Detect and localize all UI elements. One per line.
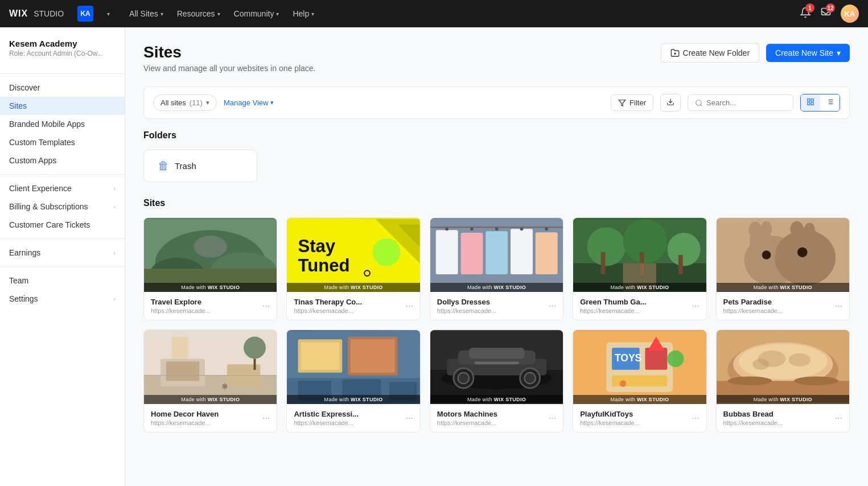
topnav-links: All Sites ▾ Resources ▾ Community ▾ Help… xyxy=(124,6,320,22)
folder-trash[interactable]: 🗑 Trash xyxy=(143,150,257,182)
page-header: Sites View and manage all your websites … xyxy=(143,43,850,73)
nav-help[interactable]: Help ▾ xyxy=(287,6,320,22)
list-view-button[interactable] xyxy=(820,94,840,111)
site-thumbnail-dresses: Made with WIX STUDIO xyxy=(430,218,563,292)
site-card-tinas-therapy[interactable]: Stay Tuned Made with WIX STUDIO Tinas Th… xyxy=(286,217,420,320)
sites-section-title: Sites xyxy=(143,198,850,208)
sidebar-item-billing[interactable]: Billing & Subscriptions › xyxy=(0,197,125,216)
view-toggle xyxy=(800,94,840,112)
site-menu-button[interactable]: ··· xyxy=(692,301,699,311)
site-menu-button[interactable]: ··· xyxy=(549,413,556,423)
sidebar-item-custom-apps[interactable]: Custom Apps xyxy=(0,151,125,170)
site-card-travel-explore[interactable]: Made with WIX STUDIO Travel Explore http… xyxy=(143,217,277,320)
site-badge: Made with WIX STUDIO xyxy=(287,395,419,404)
svg-point-107 xyxy=(752,359,769,369)
nav-all-sites[interactable]: All Sites ▾ xyxy=(124,6,169,22)
create-folder-button[interactable]: Create New Folder xyxy=(661,43,760,63)
site-card-dollys-dresses[interactable]: Made with WIX STUDIO Dollys Dresses http… xyxy=(430,217,563,320)
earnings-chevron-icon: › xyxy=(113,249,116,256)
sidebar-item-client-experience[interactable]: Client Experience › xyxy=(0,179,125,197)
site-details: Bubbas Bread https://kesemacade... xyxy=(723,410,783,426)
sites-section: Sites xyxy=(143,198,850,433)
svg-rect-91 xyxy=(475,361,519,364)
site-info: Green Thumb Ga... https://kesemacade... … xyxy=(573,292,706,320)
svg-point-57 xyxy=(760,221,771,237)
filter-button[interactable]: Filter xyxy=(611,94,653,111)
manage-view-button[interactable]: Manage View ▾ xyxy=(224,98,274,107)
filter-icon xyxy=(618,99,626,107)
logo[interactable]: WIX STUDIO xyxy=(9,9,64,19)
svg-point-26 xyxy=(373,238,401,266)
site-menu-button[interactable]: ··· xyxy=(835,413,842,423)
svg-point-98 xyxy=(620,380,627,387)
page-title-group: Sites View and manage all your websites … xyxy=(143,43,315,73)
site-name: Motors Machines xyxy=(437,410,497,418)
site-url: https://kesemacade... xyxy=(580,307,646,314)
site-menu-button[interactable]: ··· xyxy=(405,301,413,311)
site-card-home-decor[interactable]: ❋ Made with WIX STUDIO Home Decor Haven … xyxy=(143,330,277,433)
sidebar-item-tickets[interactable]: Customer Care Tickets xyxy=(0,216,125,234)
svg-point-5 xyxy=(696,100,701,105)
site-menu-button[interactable]: ··· xyxy=(549,301,556,311)
site-name: Artistic Expressi... xyxy=(294,410,358,418)
sidebar: Kesem Academy Role: Account Admin (Co-Ow… xyxy=(0,27,125,486)
search-input[interactable] xyxy=(706,98,786,107)
site-badge: Made with WIX STUDIO xyxy=(430,395,563,404)
community-chevron-icon: ▾ xyxy=(276,11,279,17)
svg-point-106 xyxy=(788,353,811,366)
site-badge: Made with WIX STUDIO xyxy=(717,283,849,292)
site-badge: Made with WIX STUDIO xyxy=(287,283,419,292)
site-name: Dollys Dresses xyxy=(437,298,497,306)
svg-point-90 xyxy=(524,373,535,384)
site-card-artistic[interactable]: Made with WIX STUDIO Artistic Expressi..… xyxy=(286,330,420,433)
grid-view-button[interactable] xyxy=(801,94,820,111)
toys-svg: TOYS xyxy=(573,330,706,404)
sidebar-item-settings[interactable]: Settings › xyxy=(0,290,125,308)
user-avatar[interactable]: KA xyxy=(841,5,859,23)
page-subtitle: View and manage all your websites in one… xyxy=(143,64,315,73)
svg-rect-32 xyxy=(460,233,483,274)
site-name: Pets Paradise xyxy=(723,298,783,306)
account-badge[interactable]: KA xyxy=(77,6,93,22)
site-card-motors[interactable]: Made with WIX STUDIO Motors Machines htt… xyxy=(430,330,563,433)
site-name: Green Thumb Ga... xyxy=(580,298,646,306)
sidebar-item-sites[interactable]: Sites xyxy=(0,97,125,115)
sidebar-item-branded-mobile[interactable]: Branded Mobile Apps xyxy=(0,115,125,133)
account-chevron-icon[interactable]: ▾ xyxy=(107,11,110,17)
site-menu-button[interactable]: ··· xyxy=(405,413,413,423)
folders-section: Folders 🗑 Trash xyxy=(143,130,850,182)
site-menu-button[interactable]: ··· xyxy=(692,413,699,423)
site-card-pets-paradise[interactable]: Made with WIX STUDIO Pets Paradise https… xyxy=(716,217,850,320)
site-details: Green Thumb Ga... https://kesemacade... xyxy=(580,298,646,314)
svg-point-22 xyxy=(194,236,227,258)
all-sites-dropdown[interactable]: All sites (11) ▾ xyxy=(153,94,217,111)
main-content: Sites View and manage all your websites … xyxy=(125,27,868,486)
site-info: Tinas Therapy Co... https://kesemacade..… xyxy=(287,292,419,320)
site-info: Artistic Expressi... https://kesemacade.… xyxy=(287,404,419,432)
site-badge: Made with WIX STUDIO xyxy=(717,395,849,404)
wix-logo: WIX xyxy=(9,9,28,19)
svg-point-39 xyxy=(495,227,499,230)
sidebar-item-discover[interactable]: Discover xyxy=(0,79,125,97)
site-card-toys[interactable]: TOYS Made with WIX STUDIO PlayfulKidToys… xyxy=(573,330,706,433)
nav-community[interactable]: Community ▾ xyxy=(228,6,285,22)
create-site-button[interactable]: Create New Site ▾ xyxy=(766,44,850,62)
messages-button[interactable]: 12 xyxy=(820,7,832,20)
site-menu-button[interactable]: ··· xyxy=(262,301,270,311)
notifications-button[interactable]: 1 xyxy=(800,7,811,20)
site-url: https://kesemacade... xyxy=(723,419,783,426)
sidebar-item-earnings[interactable]: Earnings › xyxy=(0,244,125,262)
site-menu-button[interactable]: ··· xyxy=(262,413,270,423)
site-details: Tinas Therapy Co... https://kesemacade..… xyxy=(294,298,362,314)
sidebar-item-custom-templates[interactable]: Custom Templates xyxy=(0,133,125,151)
garden-svg xyxy=(573,218,706,292)
site-card-bubbas-bread[interactable]: Made with WIX STUDIO Bubbas Bread https:… xyxy=(716,330,850,433)
export-icon xyxy=(667,98,674,106)
sidebar-item-team[interactable]: Team xyxy=(0,271,125,290)
site-menu-button[interactable]: ··· xyxy=(835,301,842,311)
site-card-green-thumb[interactable]: Made with WIX STUDIO Green Thumb Ga... h… xyxy=(573,217,706,320)
svg-text:TOYS: TOYS xyxy=(615,352,641,364)
export-button[interactable] xyxy=(660,94,681,112)
svg-text:Stay: Stay xyxy=(298,236,336,256)
nav-resources[interactable]: Resources ▾ xyxy=(171,6,226,22)
